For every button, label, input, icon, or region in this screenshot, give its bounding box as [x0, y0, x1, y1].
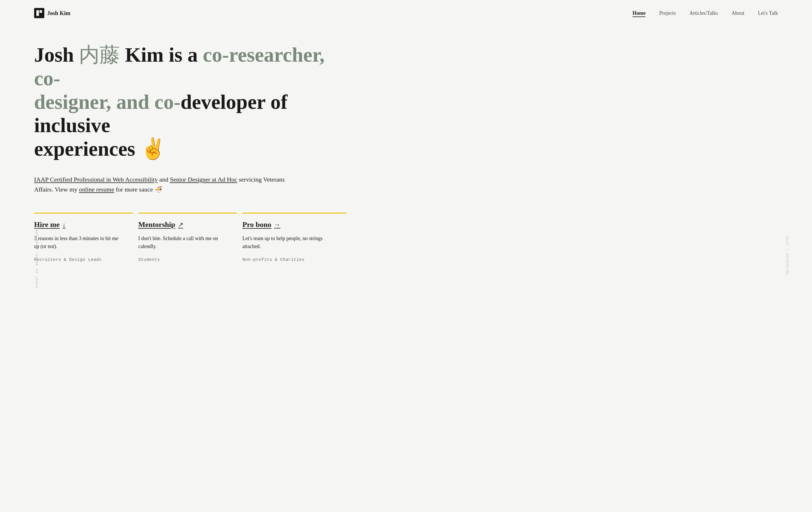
iaap-link[interactable]: IAAP Certified Professional in Web Acces…: [34, 176, 158, 183]
mentorship-audience: Students: [138, 257, 226, 262]
hire-me-description: 3 reasons in less than 3 minutes to hit …: [34, 235, 121, 251]
main-nav: Josh Kim Home Projects Articles/Talks Ab…: [0, 0, 812, 26]
hire-me-arrow: ↓: [62, 221, 66, 228]
card-pro-bono-title: Pro bono →: [242, 221, 335, 229]
nav-home[interactable]: Home: [633, 10, 645, 17]
svg-rect-0: [36, 10, 39, 16]
card-pro-bono: Pro bono → Let's team up to help people,…: [242, 212, 347, 274]
hero-co-text-2: designer, and co-: [34, 91, 180, 113]
hero-heading: Josh 内藤 Kim is a co-researcher, co-desig…: [34, 43, 347, 161]
nav-projects[interactable]: Projects: [659, 10, 676, 16]
cards-container: Hire me ↓ 3 reasons in less than 3 minut…: [34, 212, 347, 274]
pro-bono-arrow: →: [274, 221, 281, 228]
hero-name-suffix: Kim is a: [120, 44, 203, 66]
mentorship-description: I don't bite. Schedule a call with me on…: [138, 235, 226, 251]
logo-link[interactable]: Josh Kim: [34, 8, 70, 18]
subtitle-and: and: [160, 176, 170, 183]
card-hire-me: Hire me ↓ 3 reasons in less than 3 minut…: [34, 212, 133, 274]
hero-kanji: 内藤: [79, 44, 120, 66]
resume-link[interactable]: online resume: [79, 186, 114, 193]
side-text-right: A11Y = ACCESSIBI: [786, 236, 789, 276]
main-content: Josh 内藤 Kim is a co-researcher, co-desig…: [0, 26, 398, 296]
hero-name-prefix: Josh: [34, 44, 79, 66]
card-mentorship: Mentorship ↗ I don't bite. Schedule a ca…: [138, 212, 237, 274]
pro-bono-link[interactable]: Pro bono: [242, 221, 271, 229]
card-hire-me-title: Hire me ↓: [34, 221, 121, 229]
pro-bono-audience: Non-profits & Charities: [242, 257, 335, 262]
hire-me-audience: Recruiters & Design Leads: [34, 257, 121, 262]
pro-bono-description: Let's team up to help people, no strings…: [242, 235, 335, 251]
adhoc-link[interactable]: Senior Designer at Ad Hoc: [170, 176, 237, 183]
logo-name: Josh Kim: [47, 10, 70, 17]
nav-links: Home Projects Articles/Talks About Let's…: [633, 10, 778, 16]
nav-lets-talk[interactable]: Let's Talk: [758, 10, 778, 16]
logo-icon: [34, 8, 44, 18]
card-mentorship-title: Mentorship ↗: [138, 221, 226, 229]
svg-rect-1: [39, 10, 42, 13]
hero-subtitle: IAAP Certified Professional in Web Acces…: [34, 174, 290, 194]
subtitle-end: for more sauce 🍜: [116, 186, 162, 193]
nav-articles-talks[interactable]: Articles/Talks: [689, 10, 718, 16]
mentorship-link[interactable]: Mentorship: [138, 221, 175, 229]
side-text-left: NIHIL DE NOBIS. SINE NOBIS: [35, 224, 39, 288]
nav-about[interactable]: About: [732, 10, 744, 16]
mentorship-arrow: ↗: [178, 221, 183, 228]
